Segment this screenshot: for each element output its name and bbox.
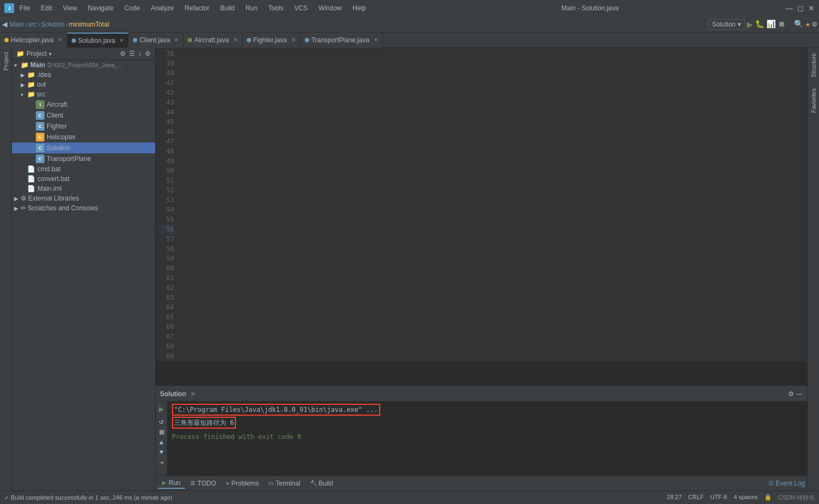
menu-file[interactable]: File [17, 3, 32, 13]
terminal-tab-icon: ▭ [268, 480, 273, 486]
status-indent[interactable]: 4 spaces [734, 494, 758, 502]
tab-close-aircraft[interactable]: ✕ [233, 37, 238, 43]
debug-button[interactable]: 🐛 [755, 20, 764, 29]
status-encoding[interactable]: UTF-8 [711, 494, 727, 502]
run-wrap-button[interactable]: ⇥ [159, 458, 163, 467]
breadcrumb-solution[interactable]: Solution [41, 21, 65, 28]
tree-item-transportplane[interactable]: C TransportPlane [12, 153, 155, 164]
tab-close-solution[interactable]: ✕ [119, 37, 124, 43]
expand-arrow-out-icon: ▶ [21, 82, 27, 88]
tab-close-transport[interactable]: ✕ [374, 37, 378, 43]
bottom-tab-run[interactable]: ▶ Run [158, 478, 185, 489]
run-panel-title: Solution [160, 390, 186, 398]
tree-item-mainiml[interactable]: 📄 Main.iml [12, 184, 155, 193]
tree-item-aircraft[interactable]: I Aircraft [12, 99, 155, 110]
bookmark-button[interactable]: ★ [805, 20, 810, 29]
tree-item-src[interactable]: ▾ 📁 src [12, 89, 155, 99]
sidebar-dropdown-icon[interactable]: ▾ [49, 51, 52, 57]
run-button[interactable]: ▶ [747, 18, 753, 30]
sidebar-gear-icon[interactable]: ⚙ [120, 50, 126, 57]
tab-label-transport: TransportPlane.java [311, 36, 369, 44]
tab-transport[interactable]: TransportPlane.java ✕ [300, 33, 383, 48]
close-button[interactable]: ✕ [808, 4, 815, 12]
menu-refactor[interactable]: Refactor [183, 3, 212, 13]
menu-vcs[interactable]: VCS [292, 3, 310, 13]
stop-button[interactable]: ⏹ [778, 20, 785, 29]
menu-run[interactable]: Run [244, 3, 260, 13]
bottom-tab-todo[interactable]: ☰ TODO [186, 479, 220, 488]
window-title: Main - Solution.java [399, 4, 781, 12]
menu-tools[interactable]: Tools [266, 3, 286, 13]
tree-label-idea: .idea [37, 71, 51, 79]
coverage-button[interactable]: 📊 [766, 20, 776, 29]
maximize-button[interactable]: ◻ [797, 4, 804, 12]
tree-item-main[interactable]: ▾ 📁 Main D:\002_Project\004_Java_... [12, 60, 155, 70]
status-build-text: Build completed successfully in 1 sec, 2… [11, 494, 172, 501]
tab-close-helicopter[interactable]: ✕ [58, 37, 62, 43]
menu-edit[interactable]: Edit [39, 3, 54, 13]
tree-item-idea[interactable]: ▶ 📁 .idea [12, 70, 155, 80]
tab-helicopter[interactable]: Helicopter.java ✕ [0, 33, 67, 48]
minimize-button[interactable]: — [785, 4, 793, 12]
search-button[interactable]: 🔍 [794, 20, 803, 29]
breadcrumb-method[interactable]: minimumTotal [69, 21, 109, 28]
tab-close-client[interactable]: ✕ [174, 37, 178, 43]
todo-tab-icon: ☰ [190, 480, 195, 486]
favorites-tab[interactable]: Favorites [809, 85, 818, 116]
sidebar-list-icon[interactable]: ☰ [129, 50, 135, 57]
tab-aircraft[interactable]: Aircraft.java ✕ [183, 33, 242, 48]
tab-close-fighter[interactable]: ✕ [291, 37, 296, 43]
structure-tab[interactable]: Structure [809, 50, 818, 81]
settings-button[interactable]: ⚙ [812, 20, 817, 29]
tree-item-convertbat[interactable]: 📄 convert.bat [12, 174, 155, 184]
nav-back[interactable]: ◀ [2, 19, 8, 30]
run-panel-close-icon[interactable]: ✕ [190, 390, 196, 398]
expand-arrow-src-icon: ▾ [21, 92, 27, 98]
run-command-text: "C:\Program Files\Java\jdk1.8.0_91\bin\j… [174, 406, 378, 413]
run-play-button[interactable]: ▶ [159, 404, 164, 415]
menu-analyze[interactable]: Analyze [149, 3, 176, 13]
bottom-tab-build[interactable]: 🔨 Build [306, 479, 338, 488]
code-editor[interactable]: 38 39 40 41 42 43 44 45 46 47 48 49 50 5… [156, 48, 807, 386]
problems-tab-icon: ● [226, 480, 229, 486]
sidebar-sort-icon[interactable]: ↕ [138, 50, 142, 57]
run-config-dropdown[interactable]: Solution ▾ [708, 19, 745, 30]
title-bar: J File Edit View Navigate Code Analyze R… [0, 0, 819, 16]
tree-label-main: Main [30, 61, 45, 69]
status-line-separator[interactable]: CRLF [688, 494, 704, 502]
breadcrumb-main[interactable]: Main [10, 21, 24, 28]
run-scroll-up-button[interactable]: ▲ [159, 439, 163, 447]
breadcrumb-src[interactable]: src [28, 21, 37, 28]
menu-navigate[interactable]: Navigate [86, 3, 116, 13]
run-rerun-button[interactable]: ↺ [159, 417, 163, 426]
menu-build[interactable]: Build [218, 3, 237, 13]
tree-item-scratches[interactable]: ▶ ✏ Scratches and Consoles [12, 203, 155, 213]
tree-item-helicopter[interactable]: C Helicopter [12, 132, 155, 143]
menu-code[interactable]: Code [122, 3, 142, 13]
tree-label-mainiml: Main.iml [37, 185, 62, 192]
status-position[interactable]: 28:27 [667, 494, 682, 502]
tree-item-extlibs[interactable]: ▶ ⚙ External Libraries [12, 193, 155, 203]
tab-client[interactable]: Client.java ✕ [129, 33, 183, 48]
run-minimize-icon[interactable]: — [796, 390, 803, 398]
run-stop-button[interactable]: ⏹ [158, 428, 165, 437]
run-scroll-down-button[interactable]: ▼ [159, 449, 163, 456]
event-log-label[interactable]: ① Event Log [768, 480, 805, 487]
tab-fighter[interactable]: Fighter.java ✕ [242, 33, 300, 48]
tree-label-transportplane: TransportPlane [47, 155, 91, 163]
menu-window[interactable]: Window [316, 3, 344, 13]
sidebar-settings-icon[interactable]: ⚙ [145, 50, 151, 57]
tree-item-out[interactable]: ▶ 📁 out [12, 80, 155, 89]
menu-help[interactable]: Help [350, 3, 368, 13]
tree-item-fighter[interactable]: C Fighter [12, 121, 155, 132]
tree-item-solution[interactable]: C Solution [12, 143, 155, 153]
tab-solution[interactable]: Solution.java ✕ [67, 33, 129, 48]
run-output: "C:\Program Files\Java\jdk1.8.0_91\bin\j… [168, 402, 807, 475]
project-tab[interactable]: Project [2, 48, 10, 75]
tree-item-client[interactable]: C Client [12, 110, 155, 121]
run-settings-icon[interactable]: ⚙ [788, 390, 794, 398]
bottom-tab-terminal[interactable]: ▭ Terminal [264, 479, 304, 488]
tree-item-cmdbat[interactable]: 📄 cmd.bat [12, 164, 155, 174]
bottom-tab-problems[interactable]: ● Problems [221, 479, 263, 488]
menu-view[interactable]: View [61, 3, 79, 13]
